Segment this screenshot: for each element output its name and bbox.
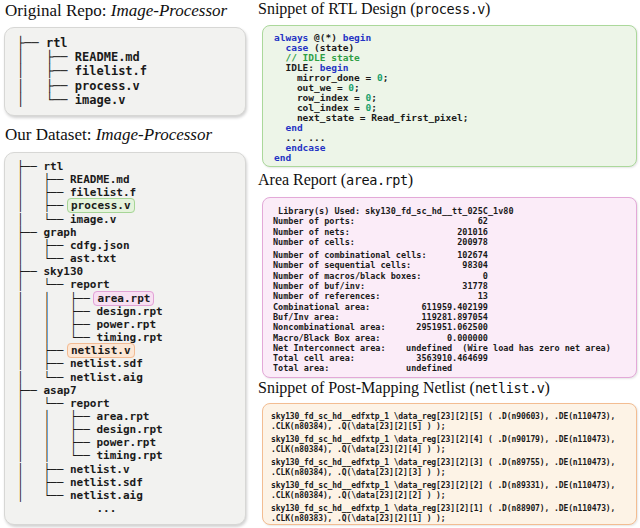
tree-branch: │ └── bbox=[17, 213, 70, 226]
tree-item-asap7: asap7 bbox=[44, 384, 77, 397]
rtl-code-panel: always @(*) begin case (state) // IDLE s… bbox=[262, 25, 637, 167]
netlist-snippet-title: Snippet of Post-Mapping Netlist (netlist… bbox=[258, 379, 550, 397]
tree-item-report: report bbox=[70, 278, 110, 291]
tree-branch: │ └── bbox=[17, 252, 70, 265]
line: sky130_fd_sc_hd__edfxtp_1 \data_reg[23][… bbox=[271, 504, 636, 514]
line: │ │ ├── power.rpt bbox=[17, 436, 245, 449]
area-title-text: Area Report ( bbox=[258, 171, 346, 188]
netlist-code-panel: sky130_fd_sc_hd__edfxtp_1 \data_reg[23][… bbox=[262, 403, 637, 525]
line: Number of ports: 62 bbox=[273, 216, 636, 226]
code-kw: endcase bbox=[285, 142, 325, 153]
rtl-code: always @(*) begin case (state) // IDLE s… bbox=[263, 26, 636, 163]
line: │ └── ast.txt bbox=[17, 252, 245, 265]
tree-item-filelist-f: filelist.f bbox=[70, 186, 136, 199]
tree-branch: │ │ ├── bbox=[17, 436, 96, 449]
dataset-name: Image-Processor bbox=[96, 125, 212, 144]
tree-item-readme-md: README.md bbox=[75, 50, 140, 64]
tree-item-timing-rpt: timing.rpt bbox=[96, 449, 162, 462]
tree-item-area-rpt: area.rpt bbox=[93, 291, 154, 306]
line: ... ... bbox=[274, 133, 636, 143]
tree-item-process-v: process.v bbox=[67, 198, 135, 213]
line: ├── asap7 bbox=[17, 384, 245, 397]
dataset-panel: ├── rtl│ ├── README.md│ ├── filelist.f│ … bbox=[4, 152, 246, 525]
tree-branch: │ └── bbox=[17, 489, 70, 502]
line: │ ├── process.v bbox=[17, 79, 245, 93]
line: Net Interconnect area: undefined (Wire l… bbox=[273, 343, 636, 353]
tree-branch: │ ├── bbox=[17, 239, 70, 252]
tree-item-report: report bbox=[70, 397, 110, 410]
tree-branch: │ └── bbox=[17, 278, 70, 291]
netlist-code: sky130_fd_sc_hd__edfxtp_1 \data_reg[23][… bbox=[263, 404, 636, 524]
code-text: ; bbox=[383, 72, 389, 83]
tree-branch: │ └── bbox=[17, 397, 70, 410]
tree-branch: │ │ ├── bbox=[17, 423, 96, 436]
tree-branch: │ ├── bbox=[17, 173, 70, 186]
tree-item-image-v: image.v bbox=[70, 213, 116, 226]
line: │ └── netlist.aig bbox=[17, 489, 245, 502]
rtl-title-text: Snippet of RTL Design ( bbox=[258, 0, 416, 17]
line: │ └── report bbox=[17, 397, 245, 410]
line: │ └── report bbox=[17, 278, 245, 291]
original-repo-name: Image-Processor bbox=[111, 1, 227, 20]
line: Number of sequential cells: 98304 bbox=[273, 260, 636, 270]
tree-item-readme-md: README.md bbox=[70, 173, 130, 186]
tree-item-filelist-f: filelist.f bbox=[75, 64, 147, 78]
area-title-suffix: ) bbox=[408, 171, 413, 188]
line: Number of macros/black boxes: 0 bbox=[273, 271, 636, 281]
tree-branch: ├── bbox=[17, 265, 44, 278]
rtl-snippet-title: Snippet of RTL Design (process.v) bbox=[258, 0, 490, 18]
line: Number of combinational cells: 102674 bbox=[273, 250, 636, 260]
paper-figure: Original Repo: Image-Processor ├── rtl│ … bbox=[0, 0, 640, 528]
line: end bbox=[274, 123, 636, 133]
tree-branch: │ ├── bbox=[17, 476, 70, 489]
line: sky130_fd_sc_hd__edfxtp_1 \data_reg[23][… bbox=[271, 481, 636, 491]
tree-item-timing-rpt: timing.rpt bbox=[96, 331, 162, 344]
line: ├── rtl bbox=[17, 36, 245, 50]
tree-branch: ├── bbox=[17, 36, 46, 50]
original-repo-title-text: Original Repo: bbox=[5, 1, 111, 20]
line: Total cell area: 3563910.464699 bbox=[273, 353, 636, 363]
line: │ │ ├── design.rpt bbox=[17, 305, 245, 318]
tree-item-process-v: process.v bbox=[75, 79, 140, 93]
tree-item-netlist-v: netlist.v bbox=[67, 343, 135, 358]
tree-item-rtl: rtl bbox=[46, 36, 68, 50]
original-repo-tree: ├── rtl│ ├── README.md│ ├── filelist.f│ … bbox=[5, 28, 245, 107]
code-kw: end bbox=[274, 152, 291, 163]
tree-branch: │ ├── bbox=[17, 79, 75, 93]
line: │ ├── README.md bbox=[17, 173, 245, 186]
line: .CLK(n80384), .Q(\data[23][2][4] ) ); bbox=[271, 445, 636, 455]
line: │ └── image.v bbox=[17, 213, 245, 226]
tree-branch bbox=[17, 502, 96, 515]
line: │ │ └── timing.rpt bbox=[17, 449, 245, 462]
line: ├── graph bbox=[17, 226, 245, 239]
tree-branch: │ ├── bbox=[17, 50, 75, 64]
code-text: next_state = Read_first_pixel; bbox=[274, 112, 468, 123]
line: │ ├── netlist.sdf bbox=[17, 357, 245, 370]
tree-item-ast-txt: ast.txt bbox=[70, 252, 116, 265]
tree-item--: ... bbox=[96, 502, 116, 515]
netlist-title-text: Snippet of Post-Mapping Netlist ( bbox=[258, 379, 475, 396]
tree-item-cdfg-json: cdfg.json bbox=[70, 239, 130, 252]
line: endcase bbox=[274, 143, 636, 153]
line: Noncombinational area: 2951951.062500 bbox=[273, 322, 636, 332]
tree-branch: │ │ ├── bbox=[17, 410, 96, 423]
line: │ ├── netlist.v bbox=[17, 463, 245, 476]
line: end bbox=[274, 153, 636, 163]
line: │ │ ├── area.rpt bbox=[17, 292, 245, 305]
area-report-title: Area Report (area.rpt) bbox=[258, 171, 413, 189]
tree-branch: ├── bbox=[17, 160, 44, 173]
line: │ ├── cdfg.json bbox=[17, 239, 245, 252]
line: Number of nets: 201016 bbox=[273, 227, 636, 237]
original-repo-title: Original Repo: Image-Processor bbox=[5, 1, 227, 21]
line: ├── rtl bbox=[17, 160, 245, 173]
area-title-filename: area.rpt bbox=[346, 172, 408, 188]
original-repo-panel: ├── rtl│ ├── README.md│ ├── filelist.f│ … bbox=[4, 27, 246, 116]
tree-item-sky130: sky130 bbox=[44, 265, 84, 278]
tree-branch: │ └── bbox=[17, 93, 75, 107]
line: .CLK(n80384), .Q(\data[23][2][5] ) ); bbox=[271, 422, 636, 432]
tree-item-graph: graph bbox=[44, 226, 77, 239]
line: │ ├── netlist.sdf bbox=[17, 476, 245, 489]
line: Number of buf/inv: 31778 bbox=[273, 281, 636, 291]
line: Number of cells: 200978 bbox=[273, 237, 636, 247]
tree-branch: ├── bbox=[17, 226, 44, 239]
